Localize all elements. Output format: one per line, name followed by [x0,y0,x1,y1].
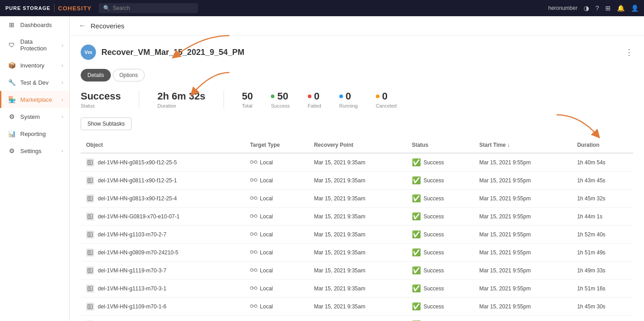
sidebar-item-data-protection[interactable]: 🛡 Data Protection › [0,33,69,57]
chevron-right-icon: › [62,43,63,48]
help-icon[interactable]: ? [595,5,599,12]
svg-rect-47 [254,269,257,271]
chevron-right-icon-5: › [62,114,63,119]
logo-separator [54,4,55,12]
show-subtasks-button[interactable]: Show Subtasks [81,118,132,130]
sidebar-label-dashboards: Dashboards [20,22,63,28]
tab-options[interactable]: Options [113,69,145,81]
stat-success-value: 50 [277,90,288,102]
content-inner: ← Recoveries [70,16,644,321]
svg-rect-8 [89,179,91,180]
svg-rect-24 [89,217,91,218]
data-protection-icon: 🛡 [8,41,16,49]
sidebar-item-test-dev[interactable]: 🔧 Test & Dev › [0,74,69,91]
table-row: del-1VM-HN-g0809-m70-24210-5 Local Mar 1… [81,244,633,262]
svg-rect-46 [250,269,253,271]
svg-rect-44 [89,271,91,271]
cell-target-5: Local [245,244,309,262]
cell-target-6: Local [245,262,309,280]
svg-rect-25 [250,215,253,217]
status-text-4: Success [424,231,444,238]
stat-total-label: Total [242,103,253,109]
pure-storage-logo: PURE STORAGE [5,5,50,11]
table-row: del-1VM-HN-g1119-m70-3-7 Local Mar 15, 2… [81,262,633,280]
table-row: del-1VM-HN-g0813-x90-f12-25-4 Local Mar … [81,190,633,208]
object-name-1: del-1VM-HN-g0811-x90-f12-25-1 [98,177,177,184]
search-icon: 🔍 [103,5,110,11]
cell-status-2: ✅ Success [406,190,474,208]
cell-duration-6: 1h 49m 33s [572,262,633,280]
reporting-icon: 📊 [8,130,16,137]
stat-success: 50 Success [271,90,290,109]
target-type-8: Local [260,303,273,310]
cell-object-9: del-1VM-HN-g1115-m70-3-4 [81,316,245,321]
cell-duration-1: 1h 43m 45s [572,172,633,190]
grid-icon[interactable]: ⊞ [605,5,611,12]
sidebar-item-marketplace[interactable]: 🏪 Marketplace › [0,91,69,108]
col-header-recovery-point: Recovery Point [309,137,406,153]
cell-object-1: del-1VM-HN-g0811-x90-f12-25-1 [81,172,245,190]
cell-object-5: del-1VM-HN-g0809-m70-24210-5 [81,244,245,262]
sidebar-label-inventory: Inventory [20,62,57,69]
cell-status-9: ✅ Success [406,316,474,321]
object-name-3: del-1VM-HN-G0819-x70-e10-07-1 [98,213,179,220]
target-type-7: Local [260,285,273,292]
svg-rect-60 [250,305,253,307]
sidebar-label-settings: Settings [20,148,57,154]
status-text-6: Success [424,267,444,274]
col-header-duration: Duration [572,137,633,153]
stat-duration-value: 2h 6m 32s [157,90,205,102]
vm-badge: Vm [81,45,96,60]
cell-object-7: del-1VM-HN-g1113-m70-3-1 [81,280,245,298]
status-icon-6: ✅ [412,266,421,275]
sidebar-item-reporting[interactable]: 📊 Reporting [0,125,69,142]
col-header-start-time[interactable]: Start Time ↓ [474,137,572,153]
cell-start-time-8: Mar 15, 2021 9:55pm [474,298,572,316]
svg-rect-26 [254,215,257,217]
cell-object-2: del-1VM-HN-g0813-x90-f12-25-4 [81,190,245,208]
sidebar-item-system[interactable]: ⚙ System › [0,108,69,125]
sidebar-label-system: System [20,113,57,120]
target-type-3: Local [260,213,273,220]
svg-rect-45 [89,271,91,272]
object-name-8: del-1VM-HN-g1109-m70-1-6 [98,303,166,310]
sidebar-item-dashboards[interactable]: ⊞ Dashboards [0,16,69,33]
cell-target-9: Local [245,316,309,321]
svg-rect-39 [250,251,253,253]
svg-rect-43 [89,269,91,270]
status-text-3: Success [424,213,444,220]
sidebar-item-settings[interactable]: ⚙ Settings › [0,142,69,159]
stat-failed: 0 Failed [308,90,321,109]
chevron-right-icon-3: › [62,80,63,85]
marketplace-icon: 🏪 [8,96,16,103]
more-options-button[interactable]: ⋮ [625,47,633,57]
sidebar-item-inventory[interactable]: 📦 Inventory › [0,57,69,74]
tab-details[interactable]: Details [81,69,111,81]
back-button[interactable]: ← [79,22,86,30]
failed-dot [308,95,311,98]
inventory-icon: 📦 [8,62,16,69]
cell-recovery-point-8: Mar 15, 2021 9:35am [309,298,406,316]
chevron-right-icon-4: › [62,97,63,102]
svg-rect-58 [89,307,91,307]
svg-rect-19 [254,197,257,199]
object-icon-8 [86,303,94,311]
cell-start-time-0: Mar 15, 2021 9:55pm [474,153,572,172]
bell-icon[interactable]: 🔔 [617,5,625,12]
search-input[interactable] [113,5,193,11]
recovery-header: Vm Recover_VM_Mar_15_2021_9_54_PM ⋮ [81,45,633,60]
chevron-right-icon-2: › [62,63,63,68]
object-icon-2 [86,194,94,203]
search-bar[interactable]: 🔍 [99,3,198,13]
cohesity-logo: COHESITY [58,5,91,12]
username-label: heronumber [548,5,577,11]
table-row: del-1VM-HN-G0819-x70-e10-07-1 Local Mar … [81,208,633,226]
link-icon-4 [250,231,257,238]
status-text-8: Success [424,303,444,310]
theme-toggle-icon[interactable]: ◑ [584,5,589,12]
page-header: ← Recoveries [70,16,644,36]
link-icon-1 [250,177,257,184]
user-icon[interactable]: 👤 [631,5,639,12]
cell-duration-5: 1h 51m 49s [572,244,633,262]
stat-status: Success Status [81,90,121,109]
